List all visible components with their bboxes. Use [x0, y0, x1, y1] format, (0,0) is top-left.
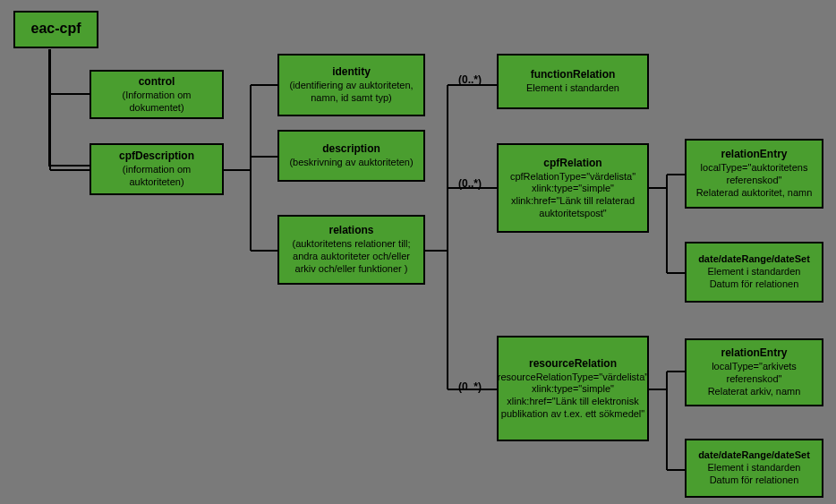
identity-title: identity [332, 65, 371, 78]
node-relationEntry-1: relationEntry localType="auktoritetens r… [685, 139, 823, 209]
node-relationEntry-2: relationEntry localType="arkivets refere… [685, 338, 823, 406]
resourceRelation-desc: resourceRelationType="värdelista" xlink:… [498, 372, 648, 421]
functionRelation-title: functionRelation [531, 68, 616, 81]
dateSet2-desc: Element i standarden Datum för relatione… [708, 462, 801, 487]
control-title: control [139, 75, 175, 88]
node-eac-cpf: eac-cpf [13, 11, 98, 48]
node-resourceRelation: resourceRelation resourceRelationType="v… [497, 336, 649, 441]
node-identity: identity (identifiering av auktoriteten,… [277, 54, 425, 116]
relations-desc: (auktoritetens relationer till; andra au… [283, 238, 420, 275]
node-cpfRelation: cpfRelation cpfRelationType="värdelista"… [497, 143, 649, 233]
functionRelation-desc: Element i standarden [526, 82, 619, 95]
resourceRelation-title: resourceRelation [529, 357, 617, 370]
cpfRelation-title: cpfRelation [543, 157, 601, 169]
relationEntry1-title: relationEntry [721, 148, 787, 160]
relationEntry2-desc: localType="arkivets referenskod" Relater… [690, 361, 818, 397]
control-desc: (Information om dokumentet) [95, 90, 218, 115]
node-cpfDescription: cpfDescription (information om auktorite… [90, 143, 224, 195]
description-desc: (beskrivning av auktoriteten) [289, 157, 413, 169]
cardinality-functionRelation: (0..*) [458, 73, 482, 86]
relationEntry2-title: relationEntry [721, 346, 787, 359]
dateSet1-desc: Element i standarden Datum för relatione… [708, 266, 801, 291]
node-functionRelation: functionRelation Element i standarden [497, 54, 649, 109]
relationEntry1-desc: localType="auktoritetens referenskod" Re… [690, 162, 818, 199]
dateSet1-title: date/dateRange/dateSet [698, 253, 810, 264]
node-dateSet-1: date/dateRange/dateSet Element i standar… [685, 242, 823, 303]
cpfRelation-desc: cpfRelationType="värdelista" xlink:type=… [502, 171, 644, 220]
node-relations: relations (auktoritetens relationer till… [277, 215, 425, 285]
dateSet2-title: date/dateRange/dateSet [698, 449, 810, 460]
relations-title: relations [328, 224, 373, 236]
root-title: eac-cpf [30, 21, 81, 37]
cpfDescription-title: cpfDescription [119, 149, 194, 162]
cardinality-cpfRelation: (0..*) [458, 177, 482, 190]
cardinality-resourceRelation: (0..*) [458, 380, 482, 393]
cpfDescription-desc: (information om auktoriteten) [95, 164, 218, 189]
description-title: description [322, 142, 380, 155]
identity-desc: (identifiering av auktoriteten, namn, id… [283, 80, 420, 105]
node-control: control (Information om dokumentet) [90, 70, 224, 119]
node-description: description (beskrivning av auktoriteten… [277, 130, 425, 182]
node-dateSet-2: date/dateRange/dateSet Element i standar… [685, 439, 823, 498]
